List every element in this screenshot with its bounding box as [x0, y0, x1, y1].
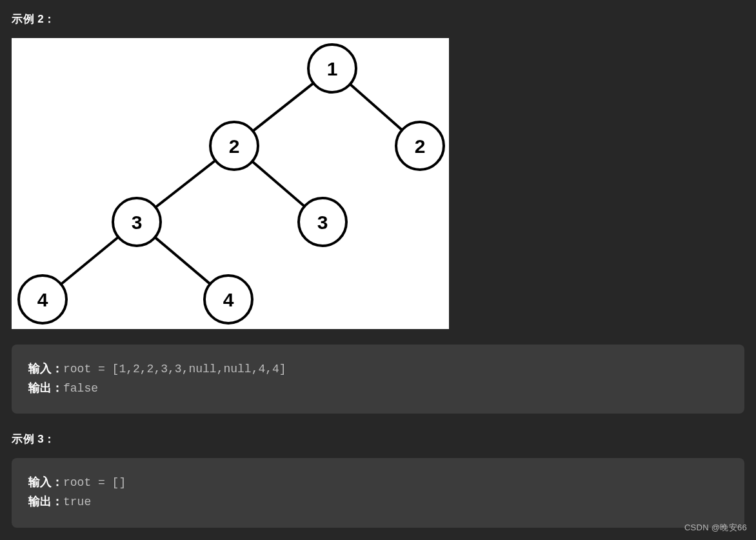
tree-svg: 1223344 — [12, 38, 449, 329]
tree-edge — [155, 161, 215, 207]
tree-node-label: 4 — [37, 289, 48, 310]
tree-node: 3 — [299, 198, 346, 246]
example3-input-row: 输入：root = [] — [28, 474, 728, 493]
input-label: 输入： — [28, 476, 63, 489]
tree-node: 4 — [19, 275, 66, 323]
example2-output-row: 输出：false — [28, 379, 728, 399]
example2-title: 示例 2： — [12, 12, 744, 26]
input-label: 输入： — [28, 363, 63, 375]
tree-node-label: 1 — [327, 58, 338, 79]
tree-edge — [61, 237, 119, 284]
tree-node: 3 — [113, 198, 161, 246]
input-value: root = [] — [63, 476, 126, 489]
example2-block: 输入：root = [1,2,2,3,3,null,null,4,4] 输出：f… — [12, 345, 744, 414]
tree-node-label: 2 — [415, 135, 426, 157]
tree-node: 2 — [396, 122, 444, 170]
tree-node-label: 3 — [317, 212, 328, 233]
example3-title: 示例 3： — [12, 432, 744, 446]
tree-edge — [155, 237, 210, 284]
example3-output-row: 输出：true — [28, 493, 728, 512]
input-value: root = [1,2,2,3,3,null,null,4,4] — [63, 363, 286, 375]
tree-node-label: 2 — [229, 135, 240, 157]
tree-node-label: 4 — [223, 289, 234, 310]
tree-edge — [252, 161, 304, 206]
tree-node: 1 — [308, 45, 356, 92]
output-value: false — [63, 382, 98, 395]
tree-node: 2 — [210, 122, 258, 170]
output-value: true — [63, 495, 91, 508]
example2-input-row: 输入：root = [1,2,2,3,3,null,null,4,4] — [28, 360, 728, 379]
tree-diagram: 1223344 — [12, 38, 449, 329]
example3-block: 输入：root = [] 输出：true — [12, 458, 744, 527]
tree-node-label: 3 — [132, 212, 143, 233]
tree-node: 4 — [204, 275, 252, 323]
output-label: 输出： — [28, 382, 63, 395]
tree-edge — [253, 83, 313, 131]
watermark: CSDN @晚安66 — [684, 522, 747, 534]
tree-edge — [350, 84, 403, 130]
output-label: 输出： — [28, 495, 63, 508]
